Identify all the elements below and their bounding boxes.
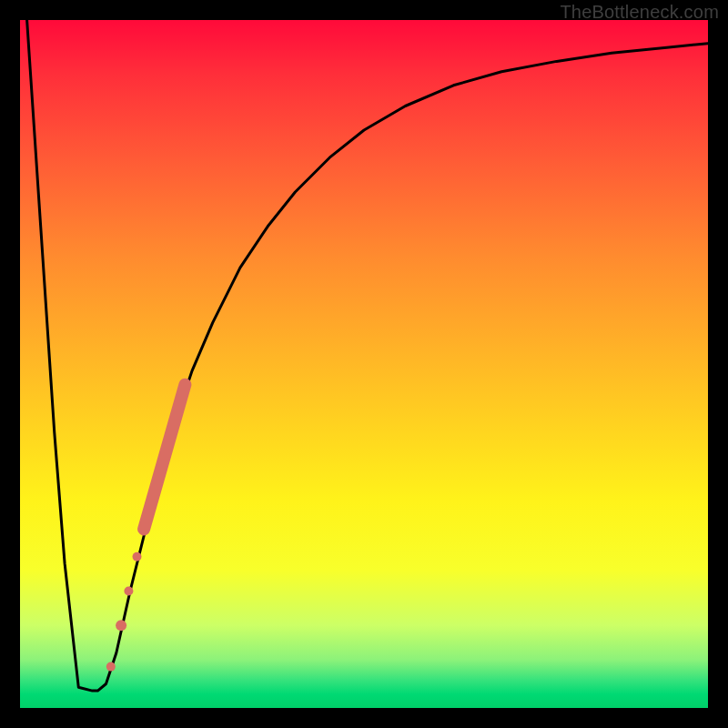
marker-thick-segment <box>144 385 185 530</box>
watermark-text: TheBottleneck.com <box>560 2 719 23</box>
curve-layer <box>20 20 708 708</box>
marker-dot <box>106 662 116 672</box>
marker-dot <box>124 587 133 596</box>
plot-area <box>20 20 708 708</box>
marker-dot <box>116 620 126 631</box>
chart-frame: TheBottleneck.com <box>0 0 728 728</box>
marker-dot <box>133 552 142 561</box>
